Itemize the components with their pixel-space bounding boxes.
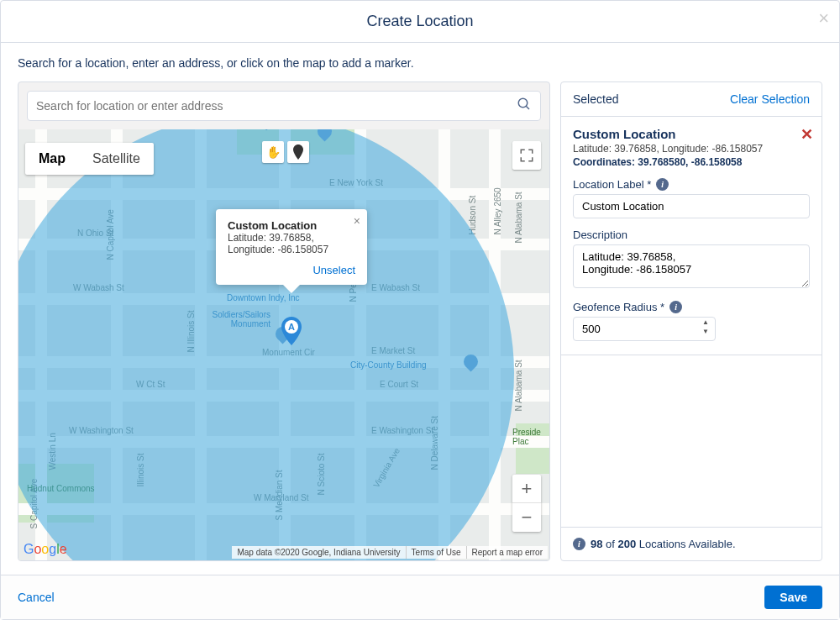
- cancel-button[interactable]: Cancel: [18, 591, 55, 604]
- step-down-icon[interactable]: ▼: [699, 327, 712, 336]
- map-marker-a[interactable]: A: [281, 317, 302, 345]
- report-error-link[interactable]: Report a map error: [466, 546, 548, 559]
- svg-point-0: [518, 98, 528, 108]
- map-tools: ✋: [262, 141, 309, 163]
- remove-location-icon[interactable]: ✕: [801, 125, 813, 144]
- location-name: Custom Location: [573, 127, 810, 141]
- map-canvas[interactable]: E New York St N Ohio St W Wabash St E Wa…: [18, 129, 549, 560]
- save-button[interactable]: Save: [764, 586, 822, 609]
- svg-line-1: [526, 106, 529, 109]
- clear-selection-link[interactable]: Clear Selection: [730, 92, 810, 106]
- location-label-label: Location Label * i: [573, 178, 810, 191]
- selected-label: Selected: [573, 92, 618, 106]
- info-lat: Latitude: 39.76858,: [228, 232, 355, 244]
- location-card: ✕ Custom Location Latitude: 39.76858, Lo…: [561, 116, 822, 355]
- map-type-control: Map Satellite: [25, 143, 154, 175]
- zoom-out-button[interactable]: −: [512, 503, 541, 532]
- info-icon[interactable]: i: [669, 301, 682, 313]
- modal-body: Search for a location, enter an address,…: [1, 43, 839, 575]
- modal-footer: Cancel Save: [1, 575, 839, 619]
- info-title: Custom Location: [228, 219, 355, 232]
- search-icon[interactable]: [517, 97, 532, 115]
- side-fill: [561, 355, 822, 527]
- search-box: [27, 91, 541, 121]
- step-up-icon[interactable]: ▲: [699, 318, 712, 327]
- description-input[interactable]: [573, 244, 810, 288]
- pan-hand-icon[interactable]: ✋: [262, 141, 284, 163]
- info-icon[interactable]: i: [656, 178, 669, 191]
- locations-available: i 98 of 200 Locations Available.: [561, 527, 822, 560]
- zoom-in-button[interactable]: +: [512, 475, 541, 503]
- location-label-input[interactable]: [573, 194, 810, 218]
- description-label: Description: [573, 229, 810, 241]
- modal-title: Create Location: [366, 13, 473, 30]
- map-type-map[interactable]: Map: [25, 143, 79, 175]
- zoom-controls: + −: [512, 475, 541, 532]
- geofence-radius-input[interactable]: [573, 317, 716, 341]
- google-logo: Google: [24, 542, 67, 557]
- drop-pin-icon[interactable]: [287, 141, 309, 163]
- map-panel: E New York St N Ohio St W Wabash St E Wa…: [18, 81, 550, 561]
- side-header: Selected Clear Selection: [561, 82, 822, 116]
- map-data-credit: Map data ©2020 Google, Indiana Universit…: [232, 546, 405, 559]
- location-coords: Coordinates: 39.768580, -86.158058: [573, 156, 810, 168]
- search-wrap: [18, 82, 549, 129]
- fullscreen-icon[interactable]: [512, 141, 541, 170]
- radius-input-wrap: ▲ ▼: [573, 313, 716, 341]
- map-info-window: × Custom Location Latitude: 39.76858, Lo…: [216, 209, 367, 285]
- location-latlng: Latitude: 39.76858, Longitude: -86.15805…: [573, 143, 810, 155]
- create-location-modal: Create Location × Search for a location,…: [0, 0, 840, 620]
- side-panel: Selected Clear Selection ✕ Custom Locati…: [560, 81, 822, 561]
- radius-label: Geofence Radius * i: [573, 301, 810, 313]
- svg-text:A: A: [288, 322, 295, 332]
- info-close-icon[interactable]: ×: [354, 214, 360, 228]
- radius-stepper: ▲ ▼: [699, 318, 712, 336]
- map-credits: Map data ©2020 Google, Indiana Universit…: [232, 546, 548, 559]
- modal-header: Create Location ×: [1, 1, 839, 43]
- poi-pin: [460, 351, 480, 371]
- map-type-satellite[interactable]: Satellite: [79, 143, 154, 175]
- terms-link[interactable]: Terms of Use: [406, 546, 466, 559]
- search-input[interactable]: [36, 99, 517, 113]
- close-icon[interactable]: ×: [818, 9, 829, 28]
- unselect-link[interactable]: Unselect: [228, 264, 355, 276]
- info-icon: i: [573, 538, 585, 550]
- content-row: E New York St N Ohio St W Wabash St E Wa…: [18, 81, 822, 561]
- info-lng: Longitude: -86.158057: [228, 244, 355, 255]
- instruction-text: Search for a location, enter an address,…: [18, 56, 822, 70]
